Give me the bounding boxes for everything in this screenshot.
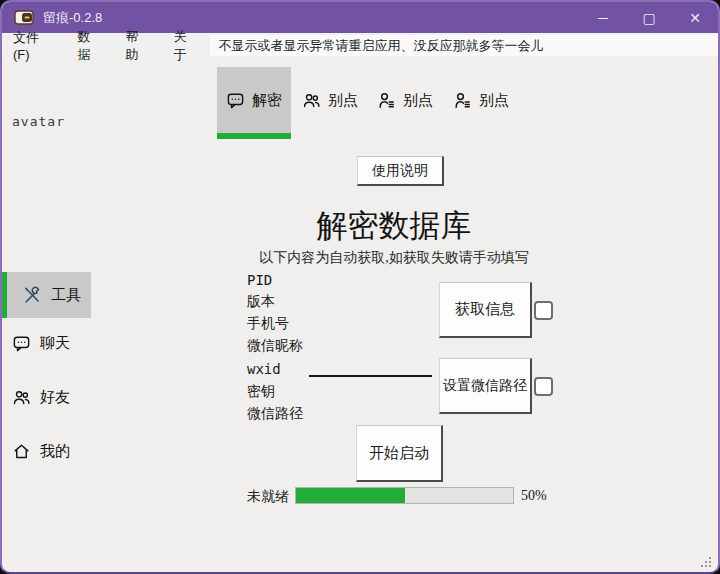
progress-status: 未就绪: [247, 488, 289, 506]
tab-dontclick-2[interactable]: 别点: [372, 67, 438, 133]
set-wechat-path-button[interactable]: 设置微信路径: [439, 358, 532, 414]
home-icon: [12, 442, 31, 461]
field-label-nickname: 微信昵称: [247, 337, 303, 355]
sidebar-item-label: 我的: [40, 442, 70, 461]
tab-dontclick-3[interactable]: 别点: [448, 67, 514, 133]
tools-icon: [23, 286, 42, 305]
tab-label: 解密: [252, 91, 282, 110]
get-info-checkbox[interactable]: [534, 301, 553, 320]
field-label-pid: PID: [247, 272, 272, 288]
sidebar-item-tools[interactable]: 工具: [2, 272, 91, 318]
usage-help-button[interactable]: 使用说明: [357, 156, 444, 186]
friends-icon: [12, 388, 31, 407]
wxid-input[interactable]: [309, 359, 432, 377]
window-controls: ─ ▢ ✕: [580, 2, 718, 33]
field-label-version: 版本: [247, 293, 275, 311]
avatar[interactable]: avatar: [12, 114, 65, 129]
menu-help[interactable]: 帮助: [115, 25, 163, 67]
sidebar-item-mine[interactable]: 我的: [12, 442, 70, 461]
field-label-wxid: wxid: [247, 361, 281, 377]
page-title: 解密数据库: [182, 205, 606, 247]
sidebar-item-friends[interactable]: 好友: [12, 388, 70, 407]
menu-about[interactable]: 关于: [163, 25, 211, 67]
tab-label: 别点: [403, 91, 433, 110]
menu-notice[interactable]: 不显示或者显示异常请重启应用、没反应那就多等一会儿: [210, 35, 718, 56]
app-window: 留痕-0.2.8 ─ ▢ ✕ 文件(F) 数据 帮助 关于 不显示或者显示异常请…: [0, 0, 720, 574]
close-button[interactable]: ✕: [672, 2, 718, 33]
tab-dontclick-1[interactable]: 别点: [297, 67, 363, 133]
progress-percent: 50%: [521, 488, 547, 504]
people-icon: [302, 91, 321, 110]
menu-file[interactable]: 文件(F): [2, 26, 67, 65]
page-subtitle: 以下内容为自动获取,如获取失败请手动填写: [182, 249, 606, 267]
progress-bar: [295, 487, 514, 504]
app-icon: [14, 10, 34, 26]
start-button[interactable]: 开始启动: [356, 425, 443, 482]
resize-grip-icon[interactable]: [701, 557, 711, 567]
set-wechat-path-checkbox[interactable]: [534, 377, 553, 396]
field-label-key: 密钥: [247, 383, 275, 401]
get-info-button[interactable]: 获取信息: [439, 282, 532, 338]
minimize-button[interactable]: ─: [580, 2, 626, 33]
person-list-icon: [453, 91, 472, 110]
sidebar-item-chat[interactable]: 聊天: [12, 334, 70, 353]
sidebar-item-label: 好友: [40, 388, 70, 407]
menu-data[interactable]: 数据: [67, 25, 115, 67]
chat-icon: [12, 334, 31, 353]
tab-label: 别点: [479, 91, 509, 110]
sidebar-item-label: 工具: [51, 286, 81, 305]
progress-fill: [296, 488, 405, 503]
chat-bubble-icon: [226, 91, 245, 110]
tab-label: 别点: [328, 91, 358, 110]
field-label-wechat-path: 微信路径: [247, 405, 303, 423]
sidebar-item-label: 聊天: [40, 334, 70, 353]
person-list-icon: [377, 91, 396, 110]
tab-decrypt[interactable]: 解密: [217, 67, 291, 139]
maximize-button[interactable]: ▢: [626, 2, 672, 33]
field-label-phone: 手机号: [247, 315, 289, 333]
menubar: 文件(F) 数据 帮助 关于 不显示或者显示异常请重启应用、没反应那就多等一会儿: [2, 33, 718, 58]
